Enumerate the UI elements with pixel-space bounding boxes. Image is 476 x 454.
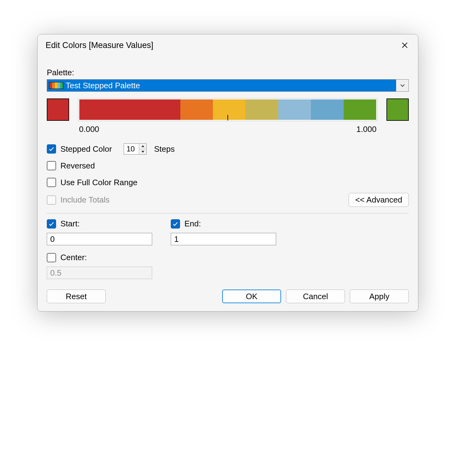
- caret-up-icon: [141, 145, 144, 147]
- start-input[interactable]: [47, 233, 152, 245]
- full-range-label: Use Full Color Range: [60, 178, 138, 187]
- center-input: [47, 267, 152, 279]
- include-totals-checkbox: [47, 195, 56, 205]
- palette-label: Palette:: [47, 68, 409, 77]
- palette-selected-label: Test Stepped Palette: [66, 81, 140, 90]
- dialog-title: Edit Colors [Measure Values]: [46, 41, 153, 50]
- check-icon: [48, 221, 55, 227]
- start-color-swatch[interactable]: [47, 98, 69, 121]
- reversed-label: Reversed: [60, 161, 95, 171]
- steps-down-button[interactable]: [139, 149, 146, 155]
- end-input[interactable]: [171, 233, 276, 245]
- scale-min-label: 0.000: [79, 124, 99, 134]
- scale-max-label: 1.000: [356, 124, 377, 134]
- center-label: Center:: [60, 253, 87, 262]
- steps-up-button[interactable]: [139, 144, 146, 149]
- advanced-button[interactable]: << Advanced: [349, 193, 409, 207]
- steps-input[interactable]: [124, 144, 139, 154]
- stepped-color-checkbox[interactable]: [47, 144, 56, 154]
- palette-dropdown[interactable]: Test Stepped Palette: [47, 79, 409, 92]
- close-icon: [401, 41, 408, 49]
- gradient-center-tick: [227, 115, 228, 120]
- check-icon: [172, 221, 178, 227]
- edit-colors-dialog: Edit Colors [Measure Values] Palette: Te…: [37, 34, 418, 312]
- section-divider: [47, 213, 409, 213]
- end-color-swatch[interactable]: [386, 98, 409, 121]
- svg-marker-2: [141, 145, 144, 147]
- steps-spinner[interactable]: [124, 143, 147, 155]
- palette-mini-swatch: [49, 82, 63, 89]
- center-checkbox[interactable]: [47, 253, 56, 262]
- check-icon: [48, 146, 55, 152]
- start-checkbox[interactable]: [47, 219, 56, 229]
- reversed-checkbox[interactable]: [47, 161, 56, 170]
- apply-button[interactable]: Apply: [350, 290, 409, 303]
- stepped-color-label: Stepped Color: [60, 144, 112, 154]
- svg-marker-3: [141, 151, 144, 153]
- color-gradient-bar[interactable]: [78, 98, 377, 121]
- ok-button[interactable]: OK: [222, 290, 281, 303]
- titlebar: Edit Colors [Measure Values]: [37, 34, 418, 54]
- reset-button[interactable]: Reset: [47, 290, 106, 303]
- dropdown-arrow[interactable]: [396, 80, 408, 91]
- palette-selected: Test Stepped Palette: [47, 80, 396, 91]
- start-label: Start:: [60, 219, 80, 229]
- end-checkbox[interactable]: [171, 219, 180, 229]
- caret-down-icon: [141, 151, 144, 153]
- cancel-button[interactable]: Cancel: [286, 290, 345, 303]
- full-range-checkbox[interactable]: [47, 178, 56, 187]
- end-label: End:: [184, 219, 201, 229]
- close-button[interactable]: [399, 40, 410, 50]
- steps-suffix-label: Steps: [154, 144, 175, 154]
- include-totals-label: Include Totals: [60, 195, 110, 205]
- chevron-down-icon: [400, 84, 405, 87]
